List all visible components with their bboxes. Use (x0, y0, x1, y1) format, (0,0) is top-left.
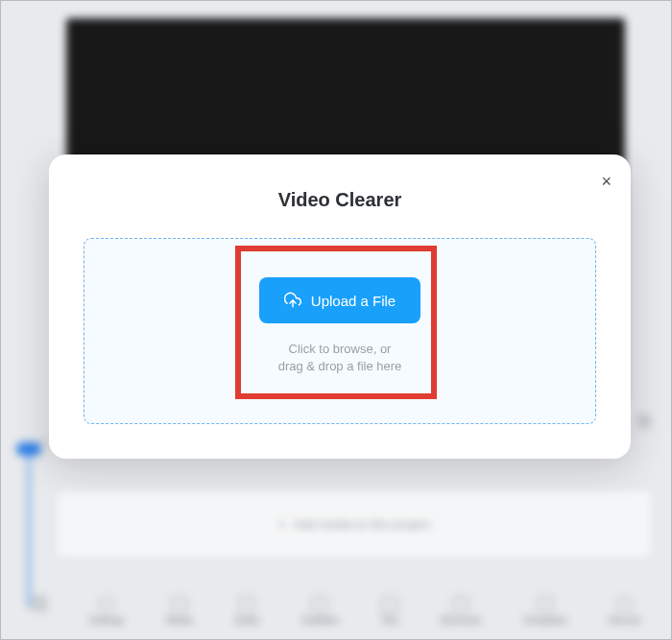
upload-cloud-icon (284, 292, 301, 309)
upload-button-label: Upload a File (311, 293, 396, 309)
modal-title: Video Clearer (84, 189, 596, 211)
video-clearer-modal: × Video Clearer Upload a File Click to b… (49, 154, 631, 459)
tool-audio: Audio (235, 597, 260, 626)
tool-record: Record (610, 597, 640, 626)
tool-menu (32, 597, 47, 626)
upload-hint: Click to browse, or drag & drop a file h… (278, 341, 402, 375)
tool-text: Text (381, 597, 398, 626)
tool-subtitles: Subtitles (301, 597, 338, 626)
tool-settings: Settings (89, 597, 124, 626)
plus-icon: + (278, 517, 286, 532)
tool-elements: Elements (441, 597, 481, 626)
timeline-playhead (28, 454, 30, 607)
tool-media: Media (166, 597, 192, 626)
timeline-track: + Add media to this project (57, 490, 652, 557)
track-hint-text: Add media to this project (293, 517, 430, 532)
tool-templates: Templates (523, 597, 567, 626)
file-dropzone[interactable]: Upload a File Click to browse, or drag &… (84, 238, 596, 424)
upload-file-button[interactable]: Upload a File (259, 277, 420, 323)
bottom-toolbar: Settings Media Audio Subtitles Text Elem… (1, 591, 671, 631)
close-button[interactable]: × (601, 172, 612, 192)
